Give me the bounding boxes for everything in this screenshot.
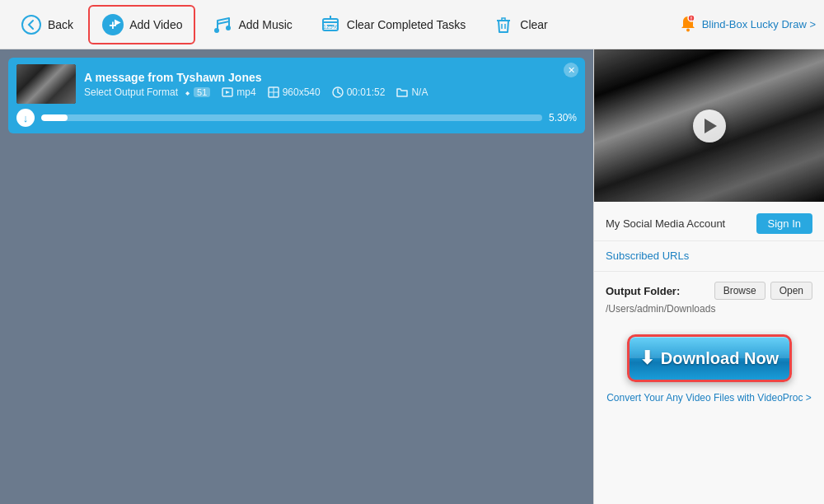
svg-point-4 xyxy=(214,28,219,33)
download-progress-icon: ↓ xyxy=(16,109,35,127)
svg-text:125%: 125% xyxy=(323,24,338,30)
thumbnail-image xyxy=(16,64,76,104)
download-now-button[interactable]: ⬇ Download Now xyxy=(627,334,792,382)
convert-link[interactable]: Convert Your Any Video Files with VideoP… xyxy=(606,392,812,404)
output-location: N/A xyxy=(396,86,428,98)
social-section: My Social Media Account Sign In xyxy=(594,202,824,241)
add-video-label: Add Video xyxy=(129,18,182,31)
task-close-button[interactable]: ✕ xyxy=(564,63,578,77)
progress-bar-container xyxy=(41,114,542,121)
add-music-label: Add Music xyxy=(238,18,292,31)
clear-completed-icon: 125% xyxy=(319,13,342,36)
left-panel: A message from Tyshawn Jones Select Outp… xyxy=(0,49,593,504)
output-folder-label: Output Folder: xyxy=(606,285,680,297)
output-folder-section: Output Folder: Browse Open /Users/admin/… xyxy=(594,272,824,320)
notification-label[interactable]: Blind-Box Lucky Draw > xyxy=(702,18,816,30)
svg-point-0 xyxy=(22,16,40,34)
svg-line-6 xyxy=(218,21,229,24)
subscribed-urls-link[interactable]: Subscribed URLs xyxy=(606,250,689,262)
duration: 00:01:52 xyxy=(332,86,386,98)
resolution: 960x540 xyxy=(268,86,321,98)
clear-label: Clear xyxy=(520,18,547,31)
progress-bar-fill xyxy=(41,114,68,121)
subscribed-urls-section: Subscribed URLs xyxy=(594,241,824,272)
clear-button[interactable]: Clear xyxy=(480,7,559,43)
social-media-label: My Social Media Account xyxy=(606,217,725,230)
task-title: A message from Tyshawn Jones xyxy=(84,71,428,84)
svg-text:▶: ▶ xyxy=(115,17,121,26)
clear-completed-label: Clear Completed Tasks xyxy=(347,18,466,31)
back-icon xyxy=(20,13,43,36)
clear-completed-button[interactable]: 125% Clear Completed Tasks xyxy=(307,7,477,43)
task-info: A message from Tyshawn Jones Select Outp… xyxy=(84,71,428,98)
format-number: 51 xyxy=(194,87,210,97)
format-select-label: Select Output Format xyxy=(84,86,178,98)
open-button[interactable]: Open xyxy=(770,282,812,300)
clear-icon xyxy=(492,13,515,36)
format-value: mp4 xyxy=(236,86,255,98)
task-card: A message from Tyshawn Jones Select Outp… xyxy=(8,58,585,133)
play-button[interactable] xyxy=(693,110,726,142)
video-preview xyxy=(594,49,824,202)
duration-value: 00:01:52 xyxy=(347,86,386,98)
right-panel: My Social Media Account Sign In Subscrib… xyxy=(593,49,824,504)
add-music-icon xyxy=(210,13,233,36)
play-triangle-icon xyxy=(705,119,717,133)
notification-icon: ! xyxy=(679,14,697,35)
svg-point-5 xyxy=(226,26,231,30)
sign-in-button[interactable]: Sign In xyxy=(756,213,812,234)
notification-area[interactable]: ! Blind-Box Lucky Draw > xyxy=(679,14,816,35)
video-format: mp4 xyxy=(222,86,255,98)
download-now-label: Download Now xyxy=(661,349,779,368)
output-format[interactable]: Select Output Format ⬥ 51 xyxy=(84,86,210,98)
output-folder-row: Output Folder: Browse Open xyxy=(606,282,812,300)
task-meta: Select Output Format ⬥ 51 mp4 960x540 xyxy=(84,86,428,98)
back-label: Back xyxy=(48,18,73,31)
svg-text:!: ! xyxy=(690,16,691,21)
task-card-header: A message from Tyshawn Jones Select Outp… xyxy=(16,64,577,104)
browse-button[interactable]: Browse xyxy=(714,282,765,300)
download-btn-icon: ⬇ xyxy=(639,348,654,369)
output-location-value: N/A xyxy=(411,86,428,98)
task-thumbnail xyxy=(16,64,76,104)
add-music-button[interactable]: Add Music xyxy=(199,7,303,43)
folder-buttons: Browse Open xyxy=(714,282,812,300)
toolbar: Back + ▶ Add Video Add Music xyxy=(0,0,824,49)
folder-path: /Users/admin/Downloads xyxy=(606,303,812,315)
resolution-value: 960x540 xyxy=(283,86,321,98)
download-section: ⬇ Download Now Convert Your Any Video Fi… xyxy=(594,320,824,504)
back-button[interactable]: Back xyxy=(8,7,85,43)
progress-percentage: 5.30% xyxy=(549,112,577,124)
svg-point-14 xyxy=(686,29,690,32)
main-content: A message from Tyshawn Jones Select Outp… xyxy=(0,49,824,504)
add-video-button[interactable]: + ▶ Add Video xyxy=(88,5,195,44)
add-video-icon: + ▶ xyxy=(101,13,124,36)
progress-row: ↓ 5.30% xyxy=(16,109,577,127)
